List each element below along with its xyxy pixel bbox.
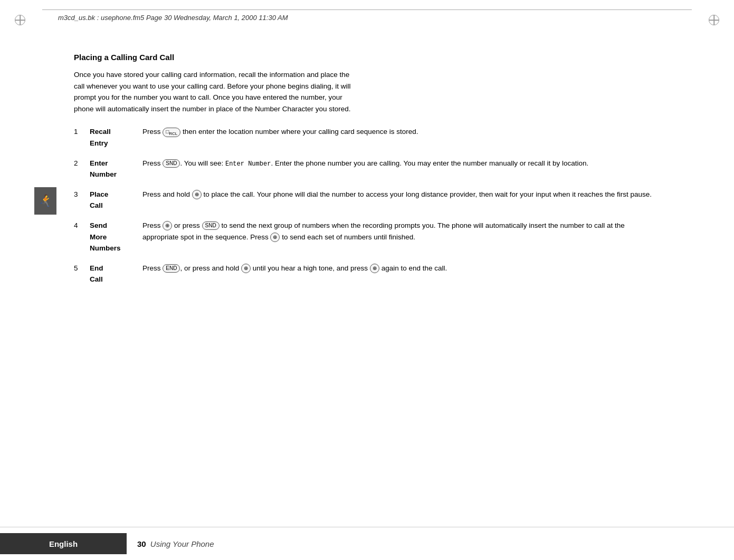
snd-key-4: SND [202, 221, 220, 230]
step-row-2: 2 EnterNumber Press SND. You will see: E… [74, 158, 660, 189]
language-label: English [49, 539, 78, 548]
footer-page-info: 30 Using Your Phone [127, 539, 214, 548]
end-key-5: END [163, 264, 180, 273]
corner-mark-tr [709, 15, 719, 25]
page-label: Using Your Phone [150, 539, 214, 548]
power-key-5a: ⊕ [241, 264, 251, 273]
step-num-5: 5 [74, 263, 90, 294]
corner-mark-tl [15, 15, 25, 25]
side-tab-icon: 🏃 [39, 194, 53, 208]
main-content: Placing a Calling Card Call Once you hav… [74, 53, 660, 507]
power-key-4b: ⊕ [270, 233, 280, 242]
power-key-3: ⊕ [192, 190, 202, 199]
step-label-3: PlaceCall [90, 189, 142, 220]
step-num-1: 1 [74, 126, 90, 157]
header-meta: m3cd_us.bk : usephone.fm5 Page 30 Wednes… [58, 14, 288, 22]
steps-table: 1 RecallEntry Press □RCL then enter the … [74, 126, 660, 294]
step-num-2: 2 [74, 158, 90, 189]
step-num-4: 4 [74, 220, 90, 263]
step-desc-3: Press and hold ⊕ to place the call. Your… [142, 189, 660, 220]
step-num-3: 3 [74, 189, 90, 220]
step-row-5: 5 EndCall Press END, or press and hold ⊕… [74, 263, 660, 294]
step-desc-1: Press □RCL then enter the location numbe… [142, 126, 660, 157]
power-key-4a: ⊕ [163, 221, 172, 230]
step-label-2: EnterNumber [90, 158, 142, 189]
step-row-4: 4 SendMoreNumbers Press ⊕ or press SND t… [74, 220, 660, 263]
display-text-2: Enter Number [225, 160, 271, 168]
intro-paragraph: Once you have stored your calling card i… [74, 69, 359, 114]
power-key-5b: ⊕ [370, 264, 379, 273]
step-desc-5: Press END, or press and hold ⊕ until you… [142, 263, 660, 294]
step-label-5: EndCall [90, 263, 142, 294]
page-number: 30 [137, 539, 146, 548]
step-desc-4: Press ⊕ or press SND to send the next gr… [142, 220, 660, 263]
step-desc-2: Press SND. You will see: Enter Number. E… [142, 158, 660, 189]
language-badge: English [0, 533, 127, 554]
step-row-1: 1 RecallEntry Press □RCL then enter the … [74, 126, 660, 157]
step-label-1: RecallEntry [90, 126, 142, 157]
bottom-bar: English 30 Using Your Phone [0, 527, 734, 560]
header-rule [42, 9, 692, 10]
step-label-4: SendMoreNumbers [90, 220, 142, 263]
side-tab: 🏃 [34, 187, 56, 215]
snd-key-2: SND [163, 159, 180, 168]
rcl-key: □RCL [163, 128, 180, 137]
section-title: Placing a Calling Card Call [74, 53, 660, 62]
step-row-3: 3 PlaceCall Press and hold ⊕ to place th… [74, 189, 660, 220]
